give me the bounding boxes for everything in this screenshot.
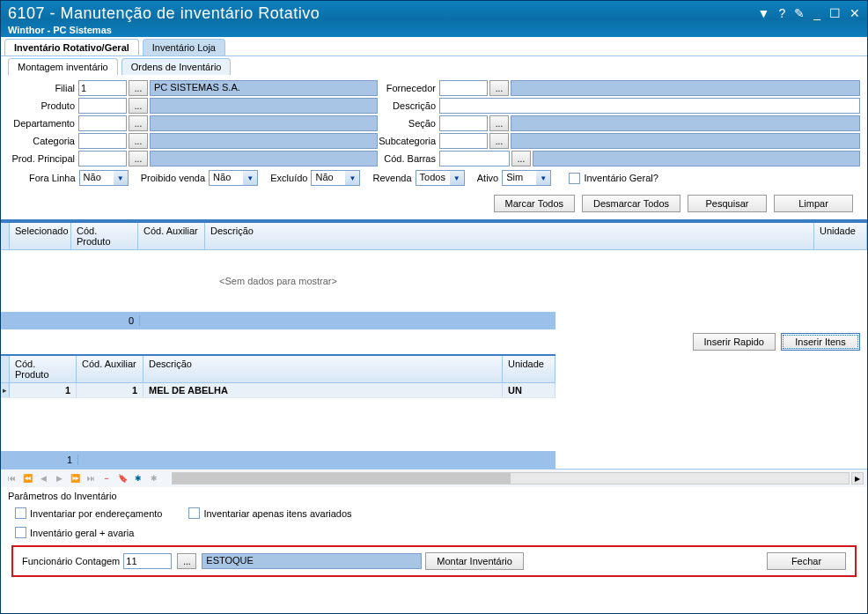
funcionario-label: Funcionário Contagem <box>22 556 120 566</box>
filial-input[interactable] <box>78 80 127 96</box>
filial-lookup-button[interactable]: ... <box>129 80 148 96</box>
secao-label: Seção <box>378 118 439 129</box>
inserir-itens-button[interactable]: Inserir Itens <box>781 333 860 351</box>
fornecedor-label: Fornecedor <box>378 83 439 93</box>
params-title: Parâmetros do Inventário <box>8 491 860 501</box>
departamento-input[interactable] <box>78 115 127 131</box>
fechar-button[interactable]: Fechar <box>767 552 846 570</box>
montar-inventario-button[interactable]: Montar Inventário <box>425 552 524 570</box>
nav-filter2-icon[interactable]: ✱ <box>147 471 161 485</box>
inventario-geral-avaria-checkbox[interactable]: Inventário geral + avaria <box>15 527 134 538</box>
main-tabs: Inventário Rotativo/Geral Inventário Loj… <box>1 37 867 56</box>
nav-next-icon[interactable]: ▶ <box>52 471 66 485</box>
excluido-select[interactable]: Não <box>311 170 360 186</box>
col-selecionado[interactable]: Selecionado <box>10 223 71 249</box>
sub-tabs: Montagem inventário Ordens de Inventário <box>1 56 867 75</box>
nav-next-page-icon[interactable]: ⏩ <box>68 471 82 485</box>
departamento-label: Departamento <box>8 118 78 129</box>
secao-input[interactable] <box>439 115 488 131</box>
proibido-venda-select[interactable]: Não <box>209 170 258 186</box>
col-descricao[interactable]: Descrição <box>205 223 814 249</box>
fora-linha-select[interactable]: Não <box>79 170 129 186</box>
col2-unidade[interactable]: Unidade <box>503 356 555 382</box>
chevron-down-icon <box>243 171 257 185</box>
subcategoria-label: Subcategoria <box>378 136 439 146</box>
prod-principal-input[interactable] <box>78 151 127 166</box>
search-results-grid: Selecionado Cód. Produto Cód. Auxiliar D… <box>1 221 867 329</box>
col-cod-auxiliar[interactable]: Cód. Auxiliar <box>138 223 205 249</box>
departamento-lookup-button[interactable]: ... <box>129 115 148 131</box>
nav-prev-page-icon[interactable]: ⏪ <box>20 471 34 485</box>
revenda-label: Revenda <box>373 173 412 183</box>
nav-delete-icon[interactable]: − <box>99 471 114 485</box>
subtab-ordens-inventario[interactable]: Ordens de Inventário <box>121 58 232 75</box>
produto-input[interactable] <box>78 98 127 114</box>
chevron-down-icon <box>114 171 128 185</box>
inventory-params: Parâmetros do Inventário Inventariar por… <box>1 487 867 613</box>
inventario-geral-checkbox[interactable]: Inventário Geral? <box>569 173 658 184</box>
checkbox-icon <box>188 507 200 519</box>
funcionario-name-display: ESTOQUE <box>202 553 422 569</box>
fornecedor-lookup-button[interactable]: ... <box>489 80 509 96</box>
desmarcar-todos-button[interactable]: Desmarcar Todos <box>582 195 680 212</box>
nav-filter-icon[interactable]: ✱ <box>131 471 145 485</box>
col2-cod-auxiliar[interactable]: Cód. Auxiliar <box>77 356 143 382</box>
produto-name-display <box>150 98 378 114</box>
col2-descricao[interactable]: Descrição <box>143 356 503 382</box>
limpar-button[interactable]: Limpar <box>774 195 853 212</box>
subcategoria-input[interactable] <box>439 133 488 149</box>
col2-cod-produto[interactable]: Cód. Produto <box>10 356 77 382</box>
marcar-todos-button[interactable]: Marcar Todos <box>494 195 575 212</box>
nav-last-icon[interactable]: ⏭ <box>84 471 98 485</box>
col-unidade[interactable]: Unidade <box>814 223 867 249</box>
funcionario-lookup-button[interactable]: ... <box>177 553 196 569</box>
descricao-label: Descrição <box>378 100 439 111</box>
grid-empty-message: <Sem dados para mostrar> <box>1 250 555 312</box>
subtab-montagem-inventario[interactable]: Montagem inventário <box>8 58 118 75</box>
minimize-icon[interactable]: _ <box>813 6 820 20</box>
inserir-rapido-button[interactable]: Inserir Rapido <box>693 333 776 351</box>
tab-inventario-loja[interactable]: Inventário Loja <box>143 39 225 55</box>
cod-barras-name-display <box>533 151 860 166</box>
proibido-venda-label: Proibido venda <box>141 173 205 183</box>
title-controls: ▼ ? ✎ _ ☐ ✕ <box>758 6 860 20</box>
nav-first-icon[interactable]: ⏮ <box>4 471 18 485</box>
secao-lookup-button[interactable]: ... <box>489 115 509 131</box>
filial-label: Filial <box>8 83 78 93</box>
help-icon[interactable]: ? <box>778 6 785 20</box>
cod-barras-lookup-button[interactable]: ... <box>511 151 531 166</box>
revenda-select[interactable]: Todos <box>416 170 465 186</box>
scroll-right-icon[interactable]: ▶ <box>851 472 864 485</box>
table-row[interactable]: 1 1 MEL DE ABELHA UN <box>1 383 555 398</box>
descricao-input[interactable] <box>439 98 860 114</box>
col-cod-produto[interactable]: Cód. Produto <box>71 223 138 249</box>
ativo-select[interactable]: Sim <box>502 170 551 186</box>
nav-prev-icon[interactable]: ◀ <box>36 471 50 485</box>
prod-principal-lookup-button[interactable]: ... <box>129 151 148 166</box>
fornecedor-input[interactable] <box>439 80 488 96</box>
maximize-icon[interactable]: ☐ <box>829 6 841 20</box>
tab-inventario-rotativo-geral[interactable]: Inventário Rotativo/Geral <box>4 39 139 55</box>
cod-barras-input[interactable] <box>439 151 510 166</box>
window-title: 6107 - Manutenção de inventário Rotativo <box>8 4 758 23</box>
categoria-lookup-button[interactable]: ... <box>129 133 148 149</box>
inventariar-avariados-checkbox[interactable]: Inventariar apenas itens avariados <box>188 507 351 519</box>
chevron-down-icon <box>536 171 550 185</box>
edit-icon[interactable]: ✎ <box>794 6 805 20</box>
triangle-down-icon[interactable]: ▼ <box>758 6 770 20</box>
produto-lookup-button[interactable]: ... <box>129 98 148 114</box>
horizontal-scrollbar[interactable] <box>172 472 850 485</box>
fora-linha-label: Fora Linha <box>29 173 76 183</box>
ativo-label: Ativo <box>477 173 498 183</box>
secao-name-display <box>511 115 860 131</box>
departamento-name-display <box>150 115 378 131</box>
categoria-input[interactable] <box>78 133 127 149</box>
inventariar-enderecamento-checkbox[interactable]: Inventariar por endereçamento <box>15 507 162 519</box>
subcategoria-lookup-button[interactable]: ... <box>489 133 509 149</box>
pesquisar-button[interactable]: Pesquisar <box>688 195 767 212</box>
prod-principal-name-display <box>150 151 378 166</box>
funcionario-input[interactable] <box>123 553 172 569</box>
checkbox-icon <box>569 173 580 184</box>
close-icon[interactable]: ✕ <box>850 6 860 20</box>
nav-bookmark-icon[interactable]: 🔖 <box>115 471 129 485</box>
